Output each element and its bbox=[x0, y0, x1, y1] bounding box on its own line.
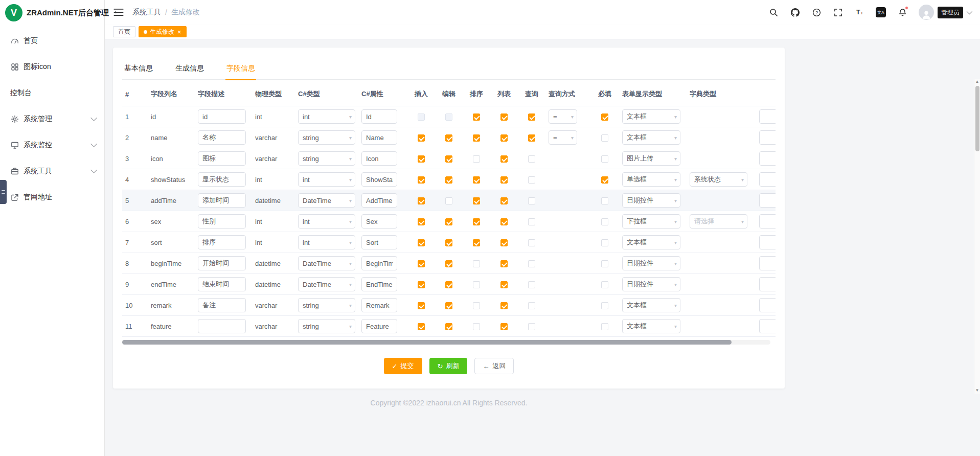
description-input[interactable] bbox=[198, 277, 246, 291]
bell-icon[interactable] bbox=[897, 7, 907, 17]
tag-item[interactable]: 首页 bbox=[113, 26, 135, 37]
display-type-select[interactable]: 下拉框▾ bbox=[622, 214, 680, 229]
description-input[interactable] bbox=[198, 214, 246, 229]
list-checkbox[interactable] bbox=[500, 197, 508, 204]
extra-input[interactable] bbox=[759, 298, 776, 312]
description-input[interactable] bbox=[198, 235, 246, 249]
submit-button[interactable]: ✓提交 bbox=[384, 358, 422, 374]
display-type-select[interactable]: 文本框▾ bbox=[622, 109, 680, 124]
extra-input[interactable] bbox=[759, 256, 776, 270]
csharp-type-select[interactable]: int▾ bbox=[298, 109, 355, 124]
display-type-select[interactable]: 文本框▾ bbox=[622, 298, 680, 312]
description-input[interactable] bbox=[198, 172, 246, 187]
description-input[interactable] bbox=[198, 319, 246, 333]
horizontal-scrollbar[interactable] bbox=[122, 340, 770, 345]
display-type-select[interactable]: 图片上传▾ bbox=[622, 151, 680, 166]
sidebar-item-console[interactable]: 控制台 bbox=[0, 80, 104, 106]
display-type-select[interactable]: 日期控件▾ bbox=[622, 193, 680, 208]
csharp-type-select[interactable]: string▾ bbox=[298, 319, 355, 333]
edit-checkbox[interactable] bbox=[445, 260, 452, 267]
horizontal-scrollbar-thumb[interactable] bbox=[122, 340, 732, 345]
extra-input[interactable] bbox=[759, 277, 776, 291]
csharp-property-input[interactable] bbox=[361, 172, 397, 187]
query-checkbox[interactable] bbox=[528, 239, 535, 246]
insert-checkbox[interactable] bbox=[418, 113, 425, 121]
required-checkbox[interactable] bbox=[601, 218, 608, 225]
display-type-select[interactable]: 文本框▾ bbox=[622, 235, 680, 249]
sidebar-item-home[interactable]: 首页 bbox=[0, 28, 104, 54]
extra-input[interactable] bbox=[759, 130, 776, 145]
description-input[interactable] bbox=[198, 298, 246, 312]
extra-input[interactable] bbox=[759, 319, 776, 333]
csharp-type-select[interactable]: DateTime▾ bbox=[298, 256, 355, 270]
required-checkbox[interactable] bbox=[601, 281, 608, 288]
extra-input[interactable] bbox=[759, 214, 776, 229]
csharp-property-input[interactable] bbox=[361, 151, 397, 166]
required-checkbox[interactable] bbox=[601, 134, 608, 142]
fullscreen-icon[interactable] bbox=[833, 7, 843, 17]
description-input[interactable] bbox=[198, 193, 246, 208]
insert-checkbox[interactable] bbox=[418, 239, 425, 246]
sidebar-item-system-tools[interactable]: 系统工具 bbox=[0, 158, 104, 184]
query-checkbox[interactable] bbox=[528, 155, 535, 163]
edit-checkbox[interactable] bbox=[445, 155, 452, 163]
query-checkbox[interactable] bbox=[528, 197, 535, 204]
help-icon[interactable]: ? bbox=[811, 7, 822, 17]
app-logo-row[interactable]: V ZRAdmin.NET后台管理 bbox=[0, 0, 104, 26]
extra-input[interactable] bbox=[759, 109, 776, 124]
sort-checkbox[interactable] bbox=[473, 176, 480, 184]
csharp-property-input[interactable] bbox=[361, 277, 397, 291]
insert-checkbox[interactable] bbox=[418, 323, 425, 330]
insert-checkbox[interactable] bbox=[418, 197, 425, 204]
back-button[interactable]: ←返回 bbox=[474, 358, 514, 374]
list-checkbox[interactable] bbox=[500, 155, 508, 163]
description-input[interactable] bbox=[198, 256, 246, 270]
display-type-select[interactable]: 日期控件▾ bbox=[622, 256, 680, 270]
list-checkbox[interactable] bbox=[500, 302, 508, 309]
query-checkbox[interactable] bbox=[528, 260, 535, 267]
scroll-down-icon[interactable]: ▼ bbox=[975, 387, 979, 394]
display-type-select[interactable]: 单选框▾ bbox=[622, 172, 680, 187]
required-checkbox[interactable] bbox=[601, 155, 608, 163]
required-checkbox[interactable] bbox=[601, 176, 608, 184]
sidebar-item-official-site[interactable]: 官网地址 bbox=[0, 184, 104, 210]
sort-checkbox[interactable] bbox=[473, 134, 480, 142]
query-checkbox[interactable] bbox=[528, 176, 535, 184]
edit-checkbox[interactable] bbox=[445, 197, 452, 204]
language-icon[interactable]: 文A bbox=[876, 7, 886, 17]
csharp-type-select[interactable]: DateTime▾ bbox=[298, 277, 355, 291]
sort-checkbox[interactable] bbox=[473, 155, 480, 163]
edit-checkbox[interactable] bbox=[445, 113, 452, 121]
insert-checkbox[interactable] bbox=[418, 281, 425, 288]
tab-基本信息[interactable]: 基本信息 bbox=[123, 60, 154, 79]
insert-checkbox[interactable] bbox=[418, 176, 425, 184]
edit-checkbox[interactable] bbox=[445, 302, 452, 309]
vertical-scrollbar-thumb[interactable] bbox=[975, 86, 979, 151]
sidebar-item-icons[interactable]: 图标icon bbox=[0, 54, 104, 80]
sort-checkbox[interactable] bbox=[473, 260, 480, 267]
edit-checkbox[interactable] bbox=[445, 218, 452, 225]
insert-checkbox[interactable] bbox=[418, 134, 425, 142]
csharp-property-input[interactable] bbox=[361, 193, 397, 208]
tab-生成信息[interactable]: 生成信息 bbox=[174, 60, 205, 79]
vertical-scrollbar[interactable]: ▲ ▼ bbox=[974, 79, 980, 394]
required-checkbox[interactable] bbox=[601, 113, 608, 121]
extra-input[interactable] bbox=[759, 172, 776, 187]
csharp-type-select[interactable]: string▾ bbox=[298, 298, 355, 312]
csharp-property-input[interactable] bbox=[361, 214, 397, 229]
user-menu[interactable]: 管理员 bbox=[919, 5, 971, 20]
extra-input[interactable] bbox=[759, 193, 776, 208]
list-checkbox[interactable] bbox=[500, 176, 508, 184]
csharp-property-input[interactable] bbox=[361, 319, 397, 333]
required-checkbox[interactable] bbox=[601, 323, 608, 330]
insert-checkbox[interactable] bbox=[418, 302, 425, 309]
scroll-up-icon[interactable]: ▲ bbox=[975, 79, 979, 85]
insert-checkbox[interactable] bbox=[418, 155, 425, 163]
csharp-type-select[interactable]: int▾ bbox=[298, 235, 355, 249]
extra-input[interactable] bbox=[759, 235, 776, 249]
required-checkbox[interactable] bbox=[601, 197, 608, 204]
sort-checkbox[interactable] bbox=[473, 197, 480, 204]
required-checkbox[interactable] bbox=[601, 302, 608, 309]
csharp-property-input[interactable] bbox=[361, 256, 397, 270]
search-icon[interactable] bbox=[768, 7, 779, 17]
